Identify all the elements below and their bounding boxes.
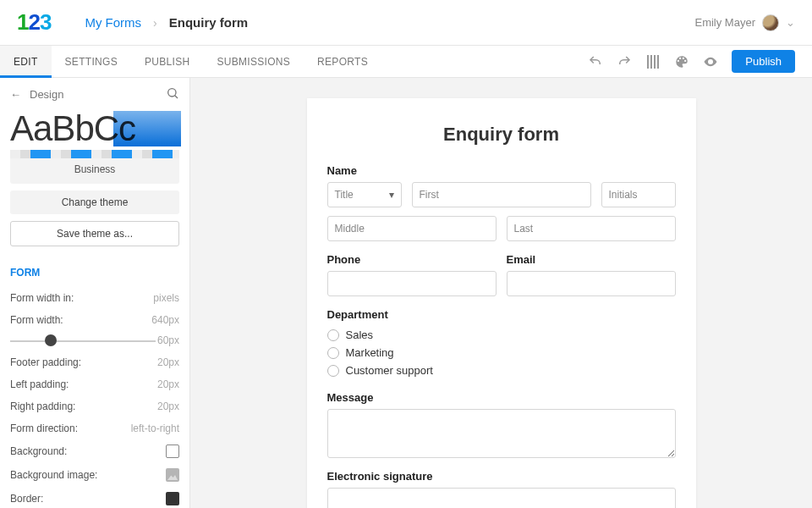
tab-reports[interactable]: REPORTS (304, 46, 381, 77)
form-canvas: Enquiry form Name Title First Initials M… (190, 78, 812, 508)
breadcrumb-current: Enquiry form (169, 15, 248, 30)
radio-sales[interactable]: Sales (327, 326, 676, 344)
breadcrumb-root[interactable]: My Forms (85, 15, 141, 30)
columns-icon[interactable] (645, 54, 661, 69)
radio-icon (327, 329, 339, 341)
prop-footer-padding[interactable]: Footer padding: 20px (10, 351, 179, 373)
radio-customer-support[interactable]: Customer support (327, 362, 676, 379)
label-department: Department (327, 308, 676, 321)
prop-background[interactable]: Background: (10, 439, 179, 463)
slider-handle[interactable] (45, 334, 57, 346)
prop-form-width: Form width: 640px (10, 309, 179, 331)
avatar (762, 14, 779, 31)
label-message: Message (327, 391, 676, 404)
palette-icon[interactable] (674, 54, 689, 69)
design-sidebar: ← Design AaBbCc Business Change theme Sa… (0, 78, 190, 508)
label-signature: Electronic signature (327, 470, 676, 483)
phone-input[interactable] (327, 271, 497, 296)
theme-swatches (10, 150, 179, 158)
app-header: 123 My Forms › Enquiry form Emily Mayer … (0, 0, 812, 46)
prop-background-image[interactable]: Background image: (10, 463, 179, 487)
radio-icon (327, 365, 339, 377)
name-title-select[interactable]: Title (327, 182, 402, 207)
logo: 123 (17, 9, 51, 36)
chevron-right-icon: › (153, 16, 157, 30)
chevron-down-icon: ⌄ (786, 16, 795, 29)
tab-publish[interactable]: PUBLISH (131, 46, 203, 77)
tab-edit[interactable]: EDIT (0, 46, 52, 77)
eye-icon[interactable] (703, 54, 718, 69)
color-swatch-icon[interactable] (166, 492, 179, 505)
label-phone: Phone (327, 253, 497, 266)
theme-sample-text: AaBbCc (10, 111, 179, 146)
theme-preview: AaBbCc (10, 111, 179, 146)
message-textarea[interactable] (327, 409, 676, 458)
back-icon[interactable]: ← (10, 88, 21, 101)
slider-value: 60px (157, 334, 179, 346)
svg-point-0 (168, 89, 176, 97)
name-initials-input[interactable]: Initials (601, 182, 676, 207)
name-middle-input[interactable]: Middle (327, 216, 497, 241)
label-name: Name (327, 164, 676, 177)
change-theme-button[interactable]: Change theme (10, 190, 179, 214)
publish-button[interactable]: Publish (732, 50, 795, 73)
user-name: Emily Mayer (694, 16, 755, 29)
enquiry-form: Enquiry form Name Title First Initials M… (307, 98, 696, 508)
form-width-slider[interactable]: 60px (10, 333, 179, 348)
image-icon[interactable] (166, 468, 179, 482)
breadcrumb: My Forms › Enquiry form (85, 15, 248, 30)
signature-box[interactable] (327, 488, 676, 508)
search-icon[interactable] (166, 86, 179, 102)
name-last-input[interactable]: Last (507, 216, 676, 241)
user-menu[interactable]: Emily Mayer ⌄ (694, 14, 795, 31)
prop-border[interactable]: Border: (10, 487, 179, 508)
theme-name: Business (10, 158, 179, 184)
redo-icon[interactable] (617, 54, 632, 69)
tab-submissions[interactable]: SUBMISSIONS (203, 46, 304, 77)
label-email: Email (507, 253, 676, 266)
radio-icon (327, 347, 339, 359)
tab-settings[interactable]: SETTINGS (52, 46, 131, 77)
prop-left-padding[interactable]: Left padding: 20px (10, 373, 179, 395)
checkbox-icon[interactable] (166, 444, 179, 458)
save-theme-as-button[interactable]: Save theme as... (10, 221, 179, 246)
sidebar-title: Design (30, 88, 63, 101)
form-title: Enquiry form (327, 124, 676, 146)
email-input[interactable] (507, 271, 676, 296)
undo-icon[interactable] (588, 54, 603, 69)
section-form-title: FORM (10, 267, 179, 279)
radio-marketing[interactable]: Marketing (327, 344, 676, 362)
prop-form-direction[interactable]: Form direction: left-to-right (10, 417, 179, 439)
prop-right-padding[interactable]: Right padding: 20px (10, 395, 179, 417)
prop-form-width-in[interactable]: Form width in: pixels (10, 287, 179, 309)
name-first-input[interactable]: First (412, 182, 591, 207)
primary-tabs: EDIT SETTINGS PUBLISH SUBMISSIONS REPORT… (0, 46, 812, 78)
